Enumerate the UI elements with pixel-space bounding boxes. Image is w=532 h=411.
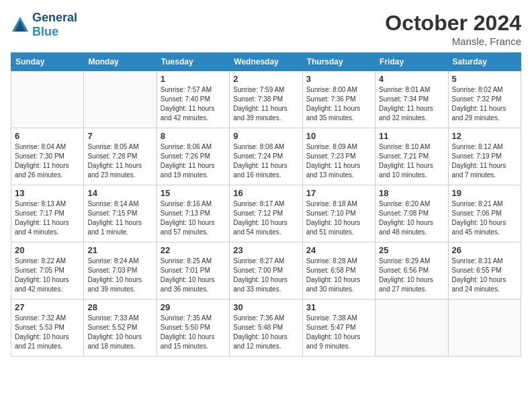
day-number: 29 — [161, 302, 226, 312]
calendar-cell: 4Sunrise: 8:01 AMSunset: 7:34 PMDaylight… — [375, 71, 448, 128]
day-number: 31 — [306, 302, 371, 312]
calendar-cell: 6Sunrise: 8:04 AMSunset: 7:30 PMDaylight… — [11, 128, 84, 185]
page-header: General Blue October 2024 Mansle, France — [11, 11, 521, 47]
day-number: 17 — [306, 188, 371, 198]
day-info: Sunrise: 7:32 AMSunset: 5:53 PMDaylight:… — [15, 314, 80, 351]
day-info: Sunrise: 7:38 AMSunset: 5:47 PMDaylight:… — [306, 314, 371, 351]
day-number: 30 — [233, 302, 298, 312]
calendar-cell: 13Sunrise: 8:13 AMSunset: 7:17 PMDayligh… — [11, 185, 84, 242]
day-header: Friday — [375, 53, 448, 71]
calendar-cell: 18Sunrise: 8:20 AMSunset: 7:08 PMDayligh… — [375, 185, 448, 242]
day-header: Tuesday — [157, 53, 229, 71]
calendar-cell: 28Sunrise: 7:33 AMSunset: 5:52 PMDayligh… — [84, 300, 157, 357]
calendar-cell: 2Sunrise: 7:59 AMSunset: 7:38 PMDaylight… — [230, 71, 302, 128]
day-header: Sunday — [11, 53, 84, 71]
day-number: 28 — [87, 302, 152, 312]
day-number: 16 — [233, 188, 298, 198]
calendar-cell — [448, 300, 521, 357]
day-info: Sunrise: 8:29 AMSunset: 6:56 PMDaylight:… — [379, 257, 444, 294]
day-info: Sunrise: 8:09 AMSunset: 7:23 PMDaylight:… — [306, 142, 371, 180]
calendar-cell — [11, 71, 84, 128]
day-number: 2 — [233, 74, 298, 84]
calendar-cell — [84, 71, 157, 128]
day-number: 18 — [379, 188, 444, 198]
day-number: 14 — [87, 188, 152, 198]
calendar-cell: 25Sunrise: 8:29 AMSunset: 6:56 PMDayligh… — [375, 242, 448, 300]
day-header: Wednesday — [230, 53, 302, 71]
calendar-cell: 26Sunrise: 8:31 AMSunset: 6:55 PMDayligh… — [448, 242, 521, 300]
day-info: Sunrise: 8:00 AMSunset: 7:36 PMDaylight:… — [306, 85, 371, 123]
location: Mansle, France — [385, 36, 521, 47]
title-block: October 2024 Mansle, France — [385, 11, 521, 47]
day-header: Thursday — [302, 53, 375, 71]
calendar-cell: 16Sunrise: 8:17 AMSunset: 7:12 PMDayligh… — [230, 185, 302, 242]
calendar-week-row: 20Sunrise: 8:22 AMSunset: 7:05 PMDayligh… — [11, 242, 521, 300]
day-info: Sunrise: 8:31 AMSunset: 6:55 PMDaylight:… — [452, 257, 517, 294]
day-number: 7 — [87, 131, 152, 141]
logo-icon — [11, 15, 30, 34]
calendar-cell: 23Sunrise: 8:27 AMSunset: 7:00 PMDayligh… — [230, 242, 302, 300]
calendar-cell: 14Sunrise: 8:14 AMSunset: 7:15 PMDayligh… — [84, 185, 157, 242]
month-title: October 2024 — [385, 11, 521, 36]
calendar-cell: 24Sunrise: 8:28 AMSunset: 6:58 PMDayligh… — [302, 242, 375, 300]
logo-general-text: General — [32, 11, 77, 24]
day-info: Sunrise: 8:18 AMSunset: 7:10 PMDaylight:… — [306, 199, 371, 237]
calendar-week-row: 13Sunrise: 8:13 AMSunset: 7:17 PMDayligh… — [11, 185, 521, 242]
day-info: Sunrise: 8:27 AMSunset: 7:00 PMDaylight:… — [233, 257, 298, 294]
day-number: 26 — [452, 245, 517, 255]
day-number: 8 — [161, 131, 226, 141]
day-number: 1 — [161, 74, 226, 84]
calendar-cell: 20Sunrise: 8:22 AMSunset: 7:05 PMDayligh… — [11, 242, 84, 300]
day-number: 15 — [161, 188, 226, 198]
day-info: Sunrise: 8:20 AMSunset: 7:08 PMDaylight:… — [379, 199, 444, 237]
day-number: 9 — [233, 131, 298, 141]
day-info: Sunrise: 8:10 AMSunset: 7:21 PMDaylight:… — [379, 142, 444, 180]
calendar-cell: 12Sunrise: 8:12 AMSunset: 7:19 PMDayligh… — [448, 128, 521, 185]
calendar-cell: 9Sunrise: 8:08 AMSunset: 7:24 PMDaylight… — [230, 128, 302, 185]
calendar-cell: 15Sunrise: 8:16 AMSunset: 7:13 PMDayligh… — [157, 185, 229, 242]
day-header: Monday — [84, 53, 157, 71]
calendar-cell: 10Sunrise: 8:09 AMSunset: 7:23 PMDayligh… — [302, 128, 375, 185]
day-number: 19 — [452, 188, 517, 198]
calendar-cell — [375, 300, 448, 357]
logo-blue-text: Blue — [32, 25, 58, 38]
day-info: Sunrise: 7:33 AMSunset: 5:52 PMDaylight:… — [87, 314, 152, 351]
day-info: Sunrise: 7:36 AMSunset: 5:48 PMDaylight:… — [233, 314, 298, 351]
calendar-cell: 8Sunrise: 8:06 AMSunset: 7:26 PMDaylight… — [157, 128, 229, 185]
day-number: 6 — [15, 131, 80, 141]
day-info: Sunrise: 8:02 AMSunset: 7:32 PMDaylight:… — [452, 85, 517, 123]
day-number: 24 — [306, 245, 371, 255]
day-number: 3 — [306, 74, 371, 84]
day-info: Sunrise: 8:24 AMSunset: 7:03 PMDaylight:… — [87, 257, 152, 294]
calendar-cell: 1Sunrise: 7:57 AMSunset: 7:40 PMDaylight… — [157, 71, 229, 128]
calendar-cell: 27Sunrise: 7:32 AMSunset: 5:53 PMDayligh… — [11, 300, 84, 357]
calendar-cell: 22Sunrise: 8:25 AMSunset: 7:01 PMDayligh… — [157, 242, 229, 300]
logo: General Blue — [11, 11, 77, 39]
day-info: Sunrise: 8:21 AMSunset: 7:06 PMDaylight:… — [452, 199, 517, 237]
day-info: Sunrise: 8:13 AMSunset: 7:17 PMDaylight:… — [15, 199, 80, 237]
day-number: 5 — [452, 74, 517, 84]
calendar-week-row: 6Sunrise: 8:04 AMSunset: 7:30 PMDaylight… — [11, 128, 521, 185]
day-info: Sunrise: 8:08 AMSunset: 7:24 PMDaylight:… — [233, 142, 298, 180]
calendar-cell: 5Sunrise: 8:02 AMSunset: 7:32 PMDaylight… — [448, 71, 521, 128]
day-number: 27 — [15, 302, 80, 312]
day-info: Sunrise: 7:57 AMSunset: 7:40 PMDaylight:… — [161, 85, 226, 123]
calendar-cell: 11Sunrise: 8:10 AMSunset: 7:21 PMDayligh… — [375, 128, 448, 185]
calendar-table: SundayMondayTuesdayWednesdayThursdayFrid… — [11, 52, 521, 357]
calendar-cell: 29Sunrise: 7:35 AMSunset: 5:50 PMDayligh… — [157, 300, 229, 357]
day-header: Saturday — [448, 53, 521, 71]
day-number: 12 — [452, 131, 517, 141]
day-info: Sunrise: 8:16 AMSunset: 7:13 PMDaylight:… — [161, 199, 226, 237]
day-number: 4 — [379, 74, 444, 84]
day-number: 11 — [379, 131, 444, 141]
calendar-cell: 30Sunrise: 7:36 AMSunset: 5:48 PMDayligh… — [230, 300, 302, 357]
day-info: Sunrise: 7:59 AMSunset: 7:38 PMDaylight:… — [233, 85, 298, 123]
calendar-header-row: SundayMondayTuesdayWednesdayThursdayFrid… — [11, 53, 521, 71]
day-number: 21 — [87, 245, 152, 255]
day-number: 22 — [161, 245, 226, 255]
day-number: 25 — [379, 245, 444, 255]
day-info: Sunrise: 7:35 AMSunset: 5:50 PMDaylight:… — [161, 314, 226, 351]
day-number: 20 — [15, 245, 80, 255]
calendar-cell: 19Sunrise: 8:21 AMSunset: 7:06 PMDayligh… — [448, 185, 521, 242]
calendar-cell: 21Sunrise: 8:24 AMSunset: 7:03 PMDayligh… — [84, 242, 157, 300]
